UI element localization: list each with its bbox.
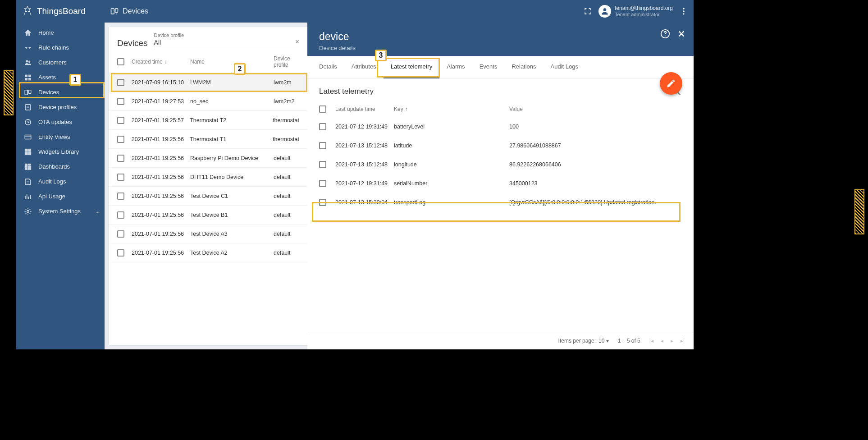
col-name[interactable]: Name [190, 59, 205, 65]
device-row[interactable]: 2021-07-01 19:25:56Test Device A2default [109, 243, 307, 262]
svg-point-3 [683, 8, 684, 9]
tab-alarms[interactable]: Alarms [439, 56, 472, 78]
settings-icon [24, 207, 32, 215]
telemetry-key: transportLog [394, 199, 509, 206]
row-checkbox[interactable] [117, 174, 124, 181]
page-first-icon[interactable]: |◂ [649, 338, 653, 344]
svg-rect-23 [25, 164, 27, 167]
sidebar-item-label: Audit Logs [38, 178, 66, 185]
telemetry-row-checkbox[interactable] [319, 199, 326, 206]
row-checkbox[interactable] [117, 136, 124, 143]
device-profile: default [274, 231, 299, 237]
fullscreen-icon[interactable] [583, 7, 592, 16]
tab-audit-logs[interactable]: Audit Logs [544, 56, 585, 78]
tab-events[interactable]: Events [472, 56, 505, 78]
telemetry-value: 345000123 [509, 180, 682, 187]
paginator-label: Items per page: [558, 338, 596, 344]
telemetry-row[interactable]: 2021-07-13 15:30:04transportLog[QrgvrCCc… [319, 193, 682, 212]
row-checkbox[interactable] [117, 230, 124, 238]
page-last-icon[interactable]: ▸| [681, 338, 685, 344]
telemetry-select-all-checkbox[interactable] [319, 105, 326, 113]
row-checkbox[interactable] [117, 249, 124, 257]
device-name: Test Device C1 [190, 193, 274, 199]
sidebar-item-device-profiles[interactable]: Device profiles [16, 100, 105, 115]
sidebar-item-assets[interactable]: Assets [16, 70, 105, 85]
device-created: 2021-07-01 19:25:57 [132, 117, 190, 124]
telemetry-row[interactable]: 2021-07-13 15:12:48latitude27.9860649108… [319, 136, 682, 155]
telemetry-row[interactable]: 2021-07-12 19:31:49serialNumber345000123 [319, 174, 682, 193]
row-checkbox[interactable] [117, 79, 124, 86]
chevron-down-icon: ▾ [606, 338, 609, 344]
svg-point-6 [26, 47, 27, 48]
device-row[interactable]: 2021-07-01 19:25:57Thermostat T2thermost… [109, 111, 307, 130]
sidebar-item-devices[interactable]: Devices [16, 85, 105, 100]
detail-subtitle: Device details [319, 45, 682, 51]
row-checkbox[interactable] [117, 117, 124, 124]
row-checkbox[interactable] [117, 155, 124, 162]
device-profile-filter[interactable]: Device profile All × [154, 32, 299, 48]
sidebar-item-home[interactable]: Home [16, 25, 105, 40]
sidebar-item-dashboards[interactable]: Dashboards [16, 159, 105, 174]
device-row[interactable]: 2021-07-01 19:25:56Test Device A3default [109, 225, 307, 243]
device-row[interactable]: 2021-07-01 19:25:56Raspberry Pi Demo Dev… [109, 149, 307, 168]
tab-relations[interactable]: Relations [504, 56, 543, 78]
user-menu[interactable]: tenant@thingsboard.org Tenant administra… [598, 5, 673, 18]
device-row[interactable]: 2021-07-01 19:25:56DHT11 Demo Devicedefa… [109, 168, 307, 187]
row-checkbox[interactable] [117, 211, 124, 219]
device-row[interactable]: 2021-07-01 19:25:56Test Device B1default [109, 206, 307, 225]
col-created[interactable]: Created time [132, 59, 163, 65]
device-row[interactable]: 2021-07-01 19:27:53no_seclwm2m2 [109, 92, 307, 111]
tab-attributes[interactable]: Attributes [344, 56, 384, 78]
col-profile[interactable]: Device profile [274, 55, 290, 68]
svg-point-5 [683, 13, 684, 14]
telemetry-row-checkbox[interactable] [319, 123, 326, 130]
device-row[interactable]: 2021-07-09 16:15:10LWM2Mlwm2m [109, 73, 307, 92]
device-row[interactable]: 2021-07-01 19:25:56Thermostat T1thermost… [109, 130, 307, 149]
user-role: Tenant administrator [615, 12, 673, 17]
sidebar-item-label: Customers [38, 59, 67, 66]
select-all-checkbox[interactable] [117, 58, 124, 65]
device-row[interactable]: 2021-07-01 19:25:56Test Device C1default [109, 187, 307, 206]
clear-filter-icon[interactable]: × [295, 38, 299, 46]
svg-rect-26 [25, 167, 27, 170]
page-next-icon[interactable]: ▸ [671, 338, 673, 344]
sidebar-item-entity-views[interactable]: Entity Views [16, 129, 105, 144]
telemetry-section-title: Latest telemetry [319, 87, 374, 96]
tcol-time[interactable]: Last update time [335, 106, 375, 112]
device-name: LWM2M [190, 79, 274, 86]
avatar-icon [598, 5, 611, 18]
more-vert-icon[interactable] [679, 7, 688, 16]
row-checkbox[interactable] [117, 98, 124, 105]
sidebar-item-rule-chains[interactable]: Rule chains [16, 40, 105, 55]
telemetry-row-checkbox[interactable] [319, 161, 326, 168]
device-name: Raspberry Pi Demo Device [190, 155, 274, 161]
help-icon[interactable] [660, 29, 670, 39]
sidebar-item-api-usage[interactable]: Api Usage [16, 189, 105, 204]
telemetry-row-checkbox[interactable] [319, 180, 326, 187]
sidebar-item-ota-updates[interactable]: OTA updates [16, 115, 105, 129]
decorative-strip-left [4, 70, 14, 115]
logo[interactable]: ThingsBoard [22, 5, 110, 17]
tab-latest-telemetry[interactable]: Latest telemetry [384, 56, 440, 78]
sidebar-item-widgets-library[interactable]: Widgets Library [16, 144, 105, 159]
tab-details[interactable]: Details [312, 56, 344, 78]
close-panel-icon[interactable] [676, 29, 686, 39]
profile-filter-label: Device profile [154, 32, 299, 38]
page-size-select[interactable]: 10 ▾ [598, 338, 609, 344]
edit-fab[interactable] [660, 72, 682, 95]
telemetry-row[interactable]: 2021-07-12 19:31:49batteryLevel100 [319, 117, 682, 136]
sidebar-item-audit-logs[interactable]: Audit Logs [16, 174, 105, 189]
user-email: tenant@thingsboard.org [615, 5, 673, 11]
telemetry-row-checkbox[interactable] [319, 142, 326, 149]
telemetry-row[interactable]: 2021-07-13 15:12:48longitude86.922622680… [319, 155, 682, 174]
sidebar-item-customers[interactable]: Customers [16, 55, 105, 70]
sidebar-item-label: Home [38, 29, 54, 36]
tcol-key[interactable]: Key [394, 106, 403, 112]
sidebar-item-system-settings[interactable]: System Settings⌄ [16, 204, 105, 219]
page-prev-icon[interactable]: ◂ [661, 338, 663, 344]
device-name: Thermostat T2 [190, 117, 273, 124]
row-checkbox[interactable] [117, 192, 124, 200]
chevron-down-icon: ⌄ [95, 208, 100, 215]
device-profile: thermostat [273, 136, 299, 142]
tcol-value[interactable]: Value [509, 106, 523, 112]
